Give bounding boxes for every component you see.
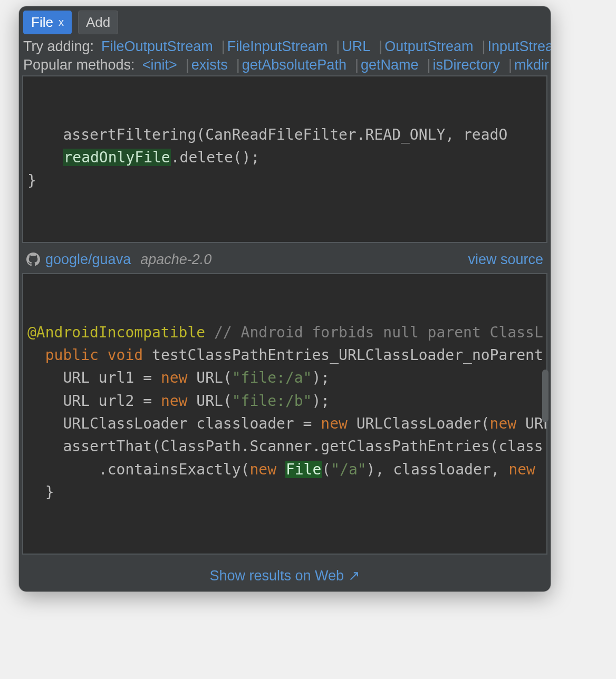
try-adding-label: Try adding: (23, 38, 94, 55)
tab-label: File (31, 14, 53, 31)
suggestion-link[interactable]: URL (342, 38, 370, 55)
separator: | (186, 57, 189, 73)
suggestion-link[interactable]: OutputStream (384, 38, 473, 55)
method-link[interactable]: exists (191, 57, 228, 73)
separator: | (508, 57, 512, 73)
code: assertFiltering(CanReadFileFilter.READ_O… (23, 122, 546, 196)
tabbar: File x Add (19, 6, 551, 37)
popular-methods-label: Popular methods: (23, 57, 135, 73)
result-meta: apache/zookeeper apache-2.0 view source (21, 560, 548, 562)
separator: | (222, 38, 225, 55)
separator: | (379, 38, 382, 55)
popular-methods-row: Popular methods: <init> | exists | getAb… (19, 56, 551, 74)
separator: | (336, 38, 340, 55)
search-panel: File x Add Try adding: FileOutputStream … (19, 6, 551, 591)
tab-label: Add (86, 14, 110, 31)
code-result: assertFiltering(CanReadFileFilter.READ_O… (22, 75, 547, 243)
repo-link[interactable]: google/guava (45, 251, 131, 268)
code-result: @AndroidIncompatible // Android forbids … (22, 273, 547, 555)
result-meta: google/guava apache-2.0 view source (21, 248, 548, 272)
show-on-web-link[interactable]: Show results on Web ↗ (19, 562, 551, 591)
suggestion-link[interactable]: FileInputStream (227, 38, 328, 55)
method-link[interactable]: <init> (142, 57, 177, 73)
separator: | (355, 57, 359, 73)
view-source-link[interactable]: view source (468, 251, 543, 268)
separator: | (236, 57, 240, 73)
license-text: apache-2.0 (140, 251, 211, 268)
tab-file[interactable]: File x (23, 11, 72, 34)
code: @AndroidIncompatible // Android forbids … (23, 320, 546, 508)
separator: | (482, 38, 485, 55)
method-link[interactable]: getName (361, 57, 419, 73)
results-pane: assertFiltering(CanReadFileFilter.READ_O… (19, 74, 551, 562)
suggestion-link[interactable]: FileOutputStream (101, 38, 213, 55)
close-icon[interactable]: x (59, 16, 64, 28)
tab-add[interactable]: Add (78, 11, 118, 34)
github-icon (26, 253, 40, 266)
scrollbar-thumb[interactable] (542, 370, 548, 422)
method-link[interactable]: isDirectory (433, 57, 500, 73)
method-link[interactable]: getAbsolutePath (242, 57, 346, 73)
try-adding-row: Try adding: FileOutputStream | FileInput… (19, 37, 551, 56)
separator: | (427, 57, 430, 73)
method-link[interactable]: mkdir (514, 57, 549, 73)
suggestion-link[interactable]: InputStream (487, 38, 551, 55)
